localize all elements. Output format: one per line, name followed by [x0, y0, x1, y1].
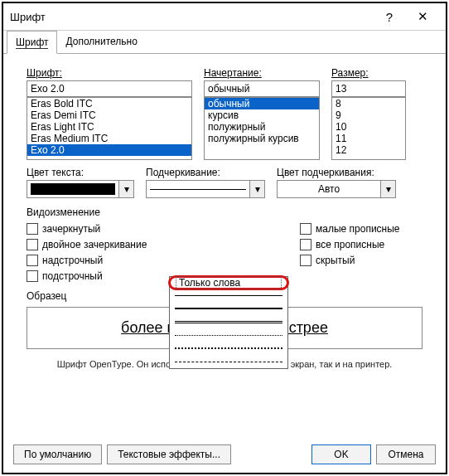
style-listbox[interactable]: обычный курсив полужирный полужирный кур…: [204, 97, 320, 160]
list-item[interactable]: курсив: [205, 109, 319, 121]
underline-color-label: Цвет подчеркивания:: [277, 167, 396, 178]
size-input[interactable]: [331, 80, 406, 97]
font-label: Шрифт:: [27, 67, 192, 79]
tab-font-label: Шрифт: [16, 36, 48, 49]
window-title: Шрифт: [10, 11, 373, 23]
chevron-down-icon: ▾: [380, 181, 395, 197]
text-effects-button[interactable]: Текстовые эффекты...: [107, 444, 231, 464]
list-item[interactable]: Eras Medium ITC: [27, 133, 191, 144]
tab-font[interactable]: Шрифт: [7, 31, 57, 54]
check-allcaps[interactable]: все прописные: [300, 239, 400, 250]
titlebar: Шрифт ? ✕: [3, 3, 446, 30]
underline-label: Подчеркивание:: [146, 167, 265, 178]
check-double-strikethrough[interactable]: двойное зачеркивание: [27, 239, 176, 250]
help-button[interactable]: ?: [373, 5, 406, 28]
button-bar: По умолчанию Текстовые эффекты... OK Отм…: [3, 444, 446, 464]
list-item[interactable]: 9: [332, 109, 405, 121]
list-item[interactable]: Exo 2.0: [27, 144, 191, 156]
underline-color-value: Авто: [278, 181, 380, 197]
underline-option-thick[interactable]: [170, 302, 287, 315]
list-item[interactable]: 8: [332, 98, 405, 109]
check-strikethrough[interactable]: зачеркнутый: [27, 223, 176, 235]
underline-dropdown-list[interactable]: Только слова: [169, 276, 288, 369]
tab-advanced[interactable]: Дополнительно: [57, 31, 145, 53]
tab-strip: Шрифт Дополнительно: [3, 30, 446, 54]
color-label: Цвет текста:: [27, 167, 134, 178]
list-item[interactable]: 11: [332, 133, 405, 144]
underline-option-dotted[interactable]: [170, 328, 287, 342]
font-dialog: Шрифт ? ✕ Шрифт Дополнительно Шрифт: Era…: [2, 2, 447, 474]
ok-button[interactable]: OK: [311, 444, 371, 464]
set-default-button[interactable]: По умолчанию: [13, 444, 102, 464]
underline-option-dotted-thick[interactable]: [170, 342, 287, 355]
list-item[interactable]: Eras Demi ITC: [27, 109, 191, 121]
size-label: Размер:: [331, 67, 406, 79]
cancel-button[interactable]: Отмена: [376, 444, 436, 464]
style-label: Начертание:: [204, 67, 320, 79]
underline-option-single[interactable]: [170, 289, 287, 302]
font-color-combo[interactable]: ▾: [27, 180, 134, 198]
list-item[interactable]: полужирный курсив: [205, 133, 319, 144]
list-item[interactable]: обычный: [205, 98, 319, 109]
close-button[interactable]: ✕: [406, 5, 439, 28]
underline-color-combo[interactable]: Авто ▾: [277, 180, 396, 198]
effects-group-label: Видоизменение: [27, 206, 422, 218]
list-item[interactable]: полужирный: [205, 121, 319, 133]
check-superscript[interactable]: надстрочный: [27, 255, 176, 266]
list-item[interactable]: Eras Bold ITC: [27, 98, 191, 109]
font-input[interactable]: [27, 80, 192, 97]
underline-option-words-only[interactable]: Только слова: [168, 275, 289, 290]
tab-advanced-label: Дополнительно: [65, 36, 137, 47]
list-item[interactable]: 12: [332, 144, 405, 156]
underline-sample: [150, 189, 246, 190]
color-swatch: [31, 183, 115, 195]
chevron-down-icon: ▾: [118, 181, 133, 197]
underline-combo[interactable]: ▾: [146, 180, 265, 198]
list-item[interactable]: 10: [332, 121, 405, 133]
check-hidden[interactable]: скрытый: [300, 255, 400, 266]
font-listbox[interactable]: Eras Bold ITC Eras Demi ITC Eras Light I…: [27, 97, 192, 160]
underline-option-dashed[interactable]: [170, 355, 287, 368]
dialog-content: Шрифт: Eras Bold ITC Eras Demi ITC Eras …: [3, 54, 446, 376]
check-smallcaps[interactable]: малые прописные: [300, 223, 400, 235]
size-listbox[interactable]: 8 9 10 11 12: [331, 97, 406, 160]
style-input[interactable]: [204, 80, 320, 97]
check-subscript[interactable]: подстрочный: [27, 270, 176, 282]
list-item[interactable]: Eras Light ITC: [27, 121, 191, 133]
underline-option-double[interactable]: [170, 315, 287, 328]
chevron-down-icon: ▾: [249, 181, 264, 197]
